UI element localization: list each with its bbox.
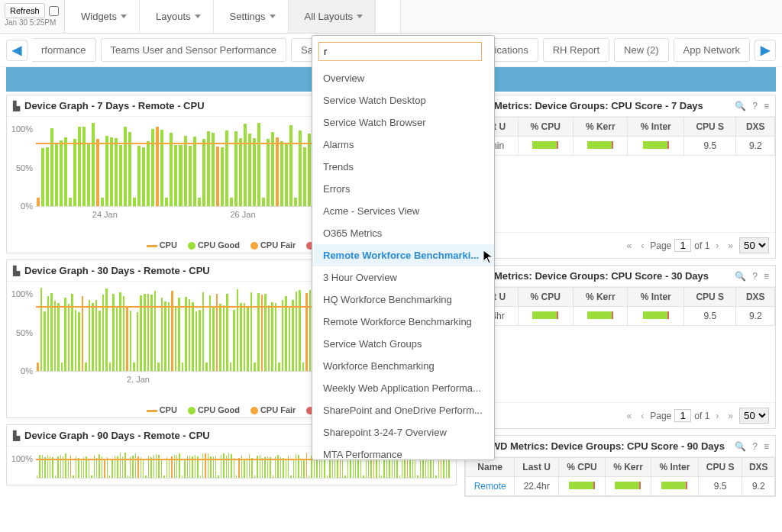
tab-item[interactable]: RH Report [543,38,609,62]
dropdown-item[interactable]: Overview [312,67,494,89]
col-header[interactable]: % Inter [651,458,699,477]
metric-bar [643,311,669,319]
dropdown-item[interactable]: Sharepoint 3-24-7 Overview [312,421,494,443]
pager-size-select[interactable]: 50 [739,237,769,253]
help-icon[interactable]: ? [752,101,758,111]
dropdown-item[interactable]: Alarms [312,134,494,156]
chart-icon: ▙ [13,101,20,111]
widget-title: SWD Metrics: Device Groups: CPU Score - … [484,440,730,452]
table-row[interactable]: Remote 22.4hr 9.5 9.2 [466,477,775,496]
widgets-menu-button[interactable]: Widgets [65,0,140,33]
search-icon[interactable]: 🔍 [735,101,746,111]
cell-name[interactable]: Remote [466,477,515,496]
dropdown-item[interactable]: SharePoint and OneDrive Perform... [312,399,494,421]
all-layouts-menu-button[interactable]: All Layouts [289,0,376,33]
col-header[interactable]: CPU S [683,288,736,307]
pager-last[interactable]: » [725,240,736,252]
col-header[interactable]: % Inter [628,288,683,307]
pager-size-select[interactable]: 50 [739,408,769,424]
search-icon[interactable]: 🔍 [735,271,746,282]
dropdown-item[interactable]: Service Watch Desktop [312,89,494,111]
widget-metrics-7d: ▦ D Metrics: Device Groups: CPU Score - … [464,95,776,259]
x-label: 26 Jan [230,210,255,219]
settings-menu-button[interactable]: Settings [214,0,289,33]
widget-menu-icon[interactable]: ≡ [764,441,769,452]
widget-title: D Metrics: Device Groups: CPU Score - 7 … [484,100,730,111]
refresh-button[interactable]: Refresh [5,3,45,18]
dropdown-item[interactable]: MTA Performance [312,443,494,459]
col-header[interactable]: % Kerr [573,118,628,137]
caret-down-icon [121,15,127,18]
layouts-menu-button[interactable]: Layouts [140,0,214,33]
dropdown-item[interactable]: Errors [312,178,494,200]
y-label: 0% [10,366,33,376]
caret-down-icon [195,15,201,18]
pager-last[interactable]: » [725,410,736,422]
table-row[interactable]: 25min 9.5 9.2 [466,137,775,156]
dropdown-item[interactable]: HQ Workforce Benchmarking [312,289,494,311]
tab-item[interactable]: rformance [32,38,96,62]
help-icon[interactable]: ? [752,441,758,452]
col-header[interactable]: % CPU [518,118,573,137]
table-row[interactable]: 22.4hr 9.5 9.2 [466,307,775,326]
auto-refresh-checkbox[interactable] [49,6,59,16]
tab-item[interactable]: Teams User and Sensor Performance [101,38,286,62]
tab-item[interactable]: New (2) [614,38,669,62]
dropdown-item[interactable]: Weekly Web Application Performa... [312,377,494,399]
pager-first[interactable]: « [624,410,635,422]
col-header[interactable]: CPU S [698,458,742,477]
metrics-table: Name Last U % CPU % Kerr % Inter CPU S D… [465,457,775,496]
chart-icon: ▙ [13,266,20,276]
dropdown-item[interactable]: Service Watch Groups [312,333,494,355]
dropdown-item[interactable]: O365 Metrics [312,222,494,244]
pager-page-input[interactable] [674,409,691,422]
widget-menu-icon[interactable]: ≡ [764,271,769,282]
col-header[interactable]: DXS [742,458,775,477]
col-header[interactable]: % Kerr [605,458,651,477]
pager-label: Page [650,411,671,421]
metric-bar [643,141,669,149]
tab-scroll-right[interactable]: ▶ [755,40,776,61]
col-header[interactable]: Last U [515,458,559,477]
col-header[interactable]: % Kerr [573,288,628,307]
widget-menu-icon[interactable]: ≡ [764,101,769,111]
dropdown-item[interactable]: Workforce Benchmarking [312,355,494,377]
dropdown-item[interactable]: 3 Hour Overview [312,266,494,289]
pager-prev[interactable]: ‹ [638,240,647,252]
tab-item[interactable]: App Network [674,38,750,62]
dropdown-item[interactable]: Service Watch Browser [312,111,494,134]
metric-bar [661,482,687,489]
dropdown-item[interactable]: Remote Workforce Benchmarki... [312,244,494,266]
cell-dxs: 9.2 [742,477,775,496]
pager-next[interactable]: › [713,240,722,252]
all-layouts-dropdown: OverviewService Watch DesktopService Wat… [312,35,495,460]
help-icon[interactable]: ? [752,271,758,282]
search-icon[interactable]: 🔍 [735,441,746,452]
share-button[interactable] [376,0,401,33]
col-header[interactable]: % CPU [558,458,605,477]
mouse-cursor-icon [483,250,495,267]
col-header[interactable]: DXS [736,288,775,307]
x-label: 2. Jan [127,375,150,384]
metric-bar [532,311,558,319]
pager-first[interactable]: « [624,240,635,252]
settings-label: Settings [230,11,266,22]
col-header[interactable]: % CPU [518,288,573,307]
col-header[interactable]: DXS [736,118,775,137]
y-label: 50% [10,328,33,337]
col-header[interactable]: % Inter [628,118,683,137]
pager-next[interactable]: › [713,410,722,422]
dropdown-item[interactable]: Trends [312,156,494,178]
cell-cpus: 9.5 [683,307,736,326]
pager-prev[interactable]: ‹ [638,410,647,422]
metrics-table: Last U % CPU % Kerr % Inter CPU S DXS 25… [465,117,775,156]
pager-page-input[interactable] [674,239,691,252]
tab-scroll-left[interactable]: ◀ [6,40,27,61]
dropdown-item[interactable]: Remote Workforce Benchmarking [312,311,494,333]
col-header[interactable]: CPU S [683,118,736,137]
dropdown-list[interactable]: OverviewService Watch DesktopService Wat… [312,64,494,459]
refresh-block: Refresh Jan 30 5:25PM [0,0,65,33]
dropdown-search-input[interactable] [318,42,482,61]
dropdown-item[interactable]: Acme - Services View [312,200,494,222]
col-header[interactable]: Name [466,458,515,477]
